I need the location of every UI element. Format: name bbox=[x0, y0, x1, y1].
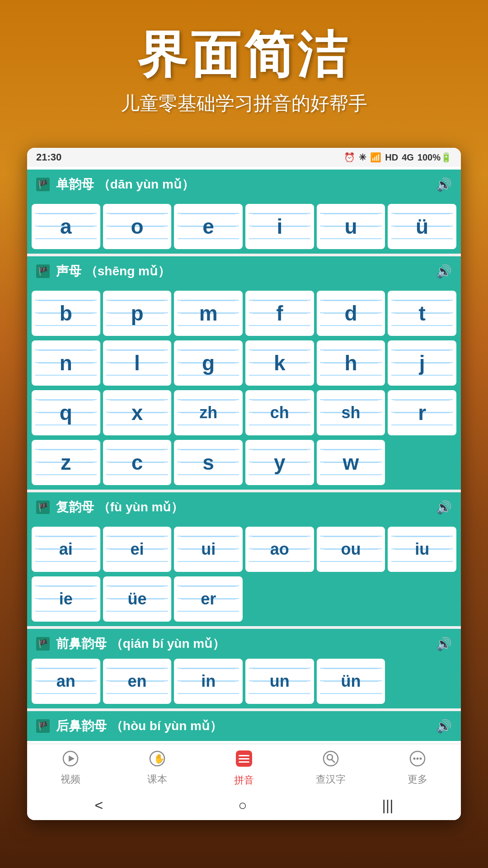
section-fu-yun-mu: 复韵母 （fù yùn mǔ） 🔊 ai ei ui ao ou iu ie ü… bbox=[27, 492, 461, 626]
flag-icon-3 bbox=[36, 500, 50, 514]
card-ai[interactable]: ai bbox=[32, 527, 100, 572]
card-o[interactable]: o bbox=[103, 204, 172, 249]
nav-textbook[interactable]: ✋ 课本 bbox=[114, 750, 201, 786]
card-un-umlaut[interactable]: ün bbox=[317, 659, 385, 704]
section-header-hou-bi-yun-mu: 后鼻韵母 （hòu bí yùn mǔ） 🔊 bbox=[27, 711, 461, 741]
card-k[interactable]: k bbox=[245, 340, 314, 386]
sound-icon-1[interactable]: 🔊 bbox=[436, 177, 452, 192]
section-header-fu-yun-mu: 复韵母 （fù yùn mǔ） 🔊 bbox=[27, 492, 461, 522]
card-l[interactable]: l bbox=[103, 340, 172, 386]
card-ch[interactable]: ch bbox=[245, 390, 314, 435]
card-zh[interactable]: zh bbox=[174, 390, 243, 435]
svg-rect-6 bbox=[239, 758, 249, 760]
alarm-icon: ⏰ bbox=[344, 152, 355, 163]
sound-icon-5[interactable]: 🔊 bbox=[436, 719, 452, 734]
section-header-sheng-mu: 声母 （shēng mǔ） 🔊 bbox=[27, 256, 461, 286]
nav-pinyin-label: 拼音 bbox=[234, 774, 254, 787]
card-empty-2 bbox=[245, 576, 314, 622]
card-empty-5 bbox=[388, 659, 456, 704]
svg-point-8 bbox=[324, 751, 338, 766]
card-ue-umlaut[interactable]: üe bbox=[103, 576, 172, 622]
lookup-icon bbox=[323, 750, 339, 771]
sheng-mu-row1: b p m f d t bbox=[27, 286, 461, 340]
nav-lookup[interactable]: 查汉字 bbox=[287, 750, 374, 786]
card-empty-3 bbox=[317, 576, 385, 622]
card-s[interactable]: s bbox=[174, 440, 243, 485]
back-button[interactable]: < bbox=[95, 797, 103, 814]
card-u-umlaut[interactable]: ü bbox=[388, 204, 456, 249]
svg-point-14 bbox=[420, 758, 422, 760]
card-e[interactable]: e bbox=[174, 204, 243, 249]
svg-point-9 bbox=[327, 755, 333, 760]
nav-video[interactable]: 视频 bbox=[27, 750, 114, 786]
card-ie[interactable]: ie bbox=[32, 576, 100, 622]
card-t[interactable]: t bbox=[388, 291, 456, 336]
svg-line-10 bbox=[332, 760, 335, 763]
sheng-mu-row2: n l g k h j bbox=[27, 340, 461, 390]
card-un[interactable]: un bbox=[245, 659, 314, 704]
card-empty-1 bbox=[388, 440, 456, 485]
card-y[interactable]: y bbox=[245, 440, 314, 485]
fu-yun-mu-row2: ie üe er bbox=[27, 576, 461, 626]
card-en[interactable]: en bbox=[103, 659, 172, 704]
flag-icon-4 bbox=[36, 637, 50, 651]
card-r[interactable]: r bbox=[388, 390, 456, 435]
nav-video-label: 视频 bbox=[61, 773, 80, 786]
card-w[interactable]: w bbox=[317, 440, 385, 485]
sound-icon-2[interactable]: 🔊 bbox=[436, 264, 452, 279]
section-title-4: 前鼻韵母 （qián bí yùn mǔ） bbox=[56, 635, 225, 652]
card-x[interactable]: x bbox=[103, 390, 172, 435]
svg-text:✋: ✋ bbox=[154, 753, 165, 764]
card-an[interactable]: an bbox=[32, 659, 100, 704]
home-button[interactable]: ○ bbox=[238, 797, 247, 814]
card-f[interactable]: f bbox=[245, 291, 314, 336]
section-title-2: 声母 （shēng mǔ） bbox=[56, 263, 170, 280]
section-qian-bi-yun-mu: 前鼻韵母 （qián bí yùn mǔ） 🔊 an en in un ün bbox=[27, 629, 461, 708]
network-icon: 4G bbox=[402, 152, 414, 163]
card-m[interactable]: m bbox=[174, 291, 243, 336]
card-p[interactable]: p bbox=[103, 291, 172, 336]
card-b[interactable]: b bbox=[32, 291, 100, 336]
nav-more[interactable]: 更多 bbox=[374, 750, 461, 786]
fu-yun-mu-row1: ai ei ui ao ou iu bbox=[27, 522, 461, 576]
svg-rect-5 bbox=[239, 755, 249, 756]
section-header-dan-yun-mu: 单韵母 （dān yùn mǔ） 🔊 bbox=[27, 170, 461, 199]
card-a[interactable]: a bbox=[32, 204, 100, 249]
bottom-nav: 视频 ✋ 课本 拼音 查汉字 更多 bbox=[27, 744, 461, 791]
hero-title: 界面简洁 bbox=[18, 27, 470, 82]
textbook-icon: ✋ bbox=[149, 750, 165, 771]
wifi-icon: 📶 bbox=[370, 152, 381, 163]
video-icon bbox=[62, 750, 79, 771]
card-q[interactable]: q bbox=[32, 390, 100, 435]
sound-icon-3[interactable]: 🔊 bbox=[436, 500, 452, 515]
sound-icon-4[interactable]: 🔊 bbox=[436, 637, 452, 651]
battery-level: 100%🔋 bbox=[418, 152, 452, 163]
hero-section: 界面简洁 儿童零基础学习拼音的好帮手 bbox=[0, 0, 488, 134]
card-z[interactable]: z bbox=[32, 440, 100, 485]
card-sh[interactable]: sh bbox=[317, 390, 385, 435]
recent-button[interactable]: ||| bbox=[382, 797, 394, 814]
card-u[interactable]: u bbox=[317, 204, 385, 249]
card-c[interactable]: c bbox=[103, 440, 172, 485]
card-ui[interactable]: ui bbox=[174, 527, 243, 572]
card-n[interactable]: n bbox=[32, 340, 100, 386]
card-g[interactable]: g bbox=[174, 340, 243, 386]
card-er[interactable]: er bbox=[174, 576, 243, 622]
card-ou[interactable]: ou bbox=[317, 527, 385, 572]
flag-icon-5 bbox=[36, 719, 50, 733]
main-content: 单韵母 （dān yùn mǔ） 🔊 a o e bbox=[27, 170, 461, 741]
card-ao[interactable]: ao bbox=[245, 527, 314, 572]
svg-point-12 bbox=[413, 758, 416, 760]
card-i[interactable]: i bbox=[245, 204, 314, 249]
section-sheng-mu: 声母 （shēng mǔ） 🔊 b p m f d t n l g k h j bbox=[27, 256, 461, 490]
nav-pinyin[interactable]: 拼音 bbox=[201, 750, 287, 787]
card-h[interactable]: h bbox=[317, 340, 385, 386]
card-j[interactable]: j bbox=[388, 340, 456, 386]
card-empty-4 bbox=[388, 576, 456, 622]
card-ei[interactable]: ei bbox=[103, 527, 172, 572]
status-bar: 21:30 ⏰ ✳ 📶 HD 4G 100%🔋 bbox=[27, 148, 461, 167]
card-iu[interactable]: iu bbox=[388, 527, 456, 572]
card-in[interactable]: in bbox=[174, 659, 243, 704]
flag-icon-1 bbox=[36, 178, 50, 191]
card-d[interactable]: d bbox=[317, 291, 385, 336]
